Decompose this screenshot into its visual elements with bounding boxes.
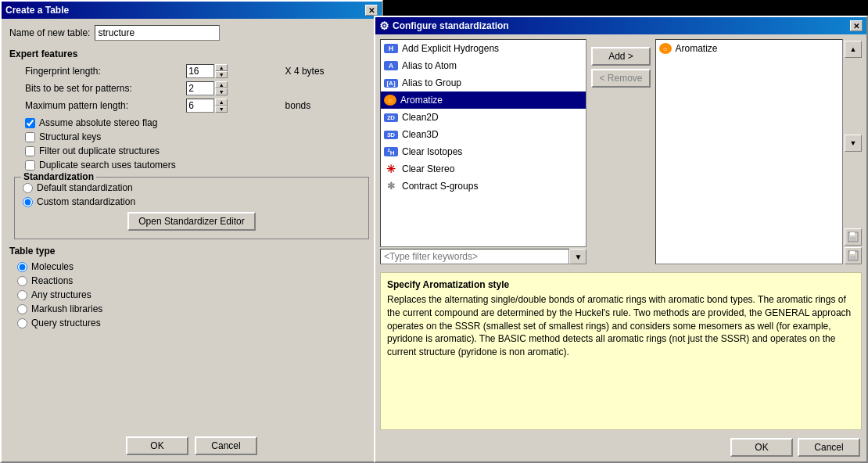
svg-rect-1 xyxy=(850,232,855,235)
fingerprint-length-field[interactable] xyxy=(186,64,214,78)
scroll-save1-btn[interactable] xyxy=(845,228,862,246)
filter-dropdown-btn[interactable]: ▼ xyxy=(569,249,586,264)
max-pattern-field[interactable] xyxy=(186,99,214,113)
filter-dup-checkbox[interactable] xyxy=(25,146,35,156)
molecules-radio[interactable] xyxy=(17,262,27,272)
clean3d-label: Clean3D xyxy=(402,129,439,140)
bits-patterns-up[interactable]: ▲ xyxy=(215,81,228,88)
molecules-label: Molecules xyxy=(31,261,74,272)
right-aromatize-icon: ○ xyxy=(659,43,672,54)
desc-text: Replaces the alternating single/double b… xyxy=(387,293,855,359)
name-label: Name of new table: xyxy=(9,27,90,38)
create-table-close-button[interactable]: ✕ xyxy=(365,5,378,16)
scroll-down-btn[interactable]: ▼ xyxy=(845,135,862,152)
any-structures-radio[interactable] xyxy=(17,290,27,300)
table-name-input[interactable] xyxy=(95,25,220,41)
list-item-clear-stereo[interactable]: ✳ Clear Stereo xyxy=(381,160,586,178)
abs-stereo-label: Assume absolute stereo flag xyxy=(39,117,157,128)
config-cancel-button[interactable]: Cancel xyxy=(798,438,860,457)
custom-std-radio[interactable] xyxy=(23,197,33,207)
config-titlebar: ⚙ Configure standardization ✕ xyxy=(375,17,866,34)
open-standardizer-button[interactable]: Open Standardizer Editor xyxy=(127,212,255,231)
scroll-up-btn[interactable]: ▲ xyxy=(845,41,862,58)
right-list-box[interactable]: ○ Aromatize xyxy=(655,39,843,264)
max-pattern-input[interactable]: ▲ ▼ xyxy=(186,99,277,113)
scroll-save2-btn[interactable] xyxy=(845,247,862,264)
markush-radio[interactable] xyxy=(17,304,27,314)
abs-stereo-checkbox[interactable] xyxy=(25,118,35,128)
custom-std-label: Custom standardization xyxy=(37,196,135,207)
default-std-row: Default standardization xyxy=(23,182,360,193)
fingerprint-length-input[interactable]: ▲ ▼ xyxy=(186,64,277,78)
max-pattern-up[interactable]: ▲ xyxy=(215,99,228,106)
list-item-alias-group[interactable]: [A] Alias to Group xyxy=(381,74,586,92)
any-structures-label: Any structures xyxy=(31,289,91,300)
description-area: Specify Aromatization style Replaces the… xyxy=(380,272,862,430)
dup-tauto-checkbox[interactable] xyxy=(25,160,35,170)
bits-patterns-field[interactable] xyxy=(186,81,214,95)
molecules-row: Molecules xyxy=(17,261,374,272)
max-pattern-unit: bonds xyxy=(285,100,374,111)
struct-keys-label: Structural keys xyxy=(39,131,101,142)
create-cancel-button[interactable]: Cancel xyxy=(195,436,257,455)
any-structures-row: Any structures xyxy=(17,289,374,300)
svg-rect-2 xyxy=(850,237,856,241)
markush-row: Markush libraries xyxy=(17,303,374,314)
right-scroll-buttons: ▲ ▼ xyxy=(845,39,862,264)
contract-sgroups-label: Contract S-groups xyxy=(402,181,478,192)
contract-sgroups-icon: ✻ xyxy=(384,181,398,192)
add-button[interactable]: Add > xyxy=(591,47,650,66)
dup-tauto-label: Duplicate search uses tautomers xyxy=(39,160,176,170)
add-h-label: Add Explicit Hydrogens xyxy=(402,43,499,54)
standardization-label: Standardization xyxy=(21,171,96,182)
list-item-alias-atom[interactable]: A Alias to Atom xyxy=(381,57,586,74)
abs-stereo-row: Assume absolute stereo flag xyxy=(25,117,374,128)
filter-dup-row: Filter out duplicate structures xyxy=(25,145,374,156)
max-pattern-down[interactable]: ▼ xyxy=(215,106,228,113)
clear-isotopes-icon: 2H xyxy=(384,147,398,157)
fingerprint-length-unit: X 4 bytes xyxy=(285,66,374,77)
default-std-radio[interactable] xyxy=(23,183,33,193)
fingerprint-length-label: Fingerprint length: xyxy=(25,66,181,77)
right-list-item-aromatize[interactable]: ○ Aromatize xyxy=(656,40,842,57)
list-item-contract-sgroups[interactable]: ✻ Contract S-groups xyxy=(381,178,586,195)
create-table-titlebar: Create a Table ✕ xyxy=(2,2,382,19)
filter-input[interactable] xyxy=(380,249,569,264)
fingerprint-length-up[interactable]: ▲ xyxy=(215,64,228,71)
list-item-clear-isotopes[interactable]: 2H Clear Isotopes xyxy=(381,143,586,160)
struct-keys-row: Structural keys xyxy=(25,131,374,142)
config-dialog: ⚙ Configure standardization ✕ H Add Expl… xyxy=(374,16,868,463)
create-ok-button[interactable]: OK xyxy=(126,436,188,455)
filter-row: ▼ xyxy=(380,249,586,264)
markush-label: Markush libraries xyxy=(31,303,102,314)
reactions-label: Reactions xyxy=(31,275,73,286)
query-radio[interactable] xyxy=(17,318,27,328)
create-dialog-bottom: OK Cancel xyxy=(2,430,382,461)
config-close-button[interactable]: ✕ xyxy=(850,20,863,31)
left-list-box[interactable]: H Add Explicit Hydrogens A Alias to Atom… xyxy=(380,39,586,247)
bits-patterns-input[interactable]: ▲ ▼ xyxy=(186,81,277,95)
alias-group-icon: [A] xyxy=(384,79,398,88)
config-top-section: H Add Explicit Hydrogens A Alias to Atom… xyxy=(375,34,866,269)
alias-atom-icon: A xyxy=(384,61,398,70)
reactions-radio[interactable] xyxy=(17,276,27,286)
list-item-clean3d[interactable]: 3D Clean3D xyxy=(381,126,586,143)
config-ok-button[interactable]: OK xyxy=(730,438,793,457)
left-list-panel: H Add Explicit Hydrogens A Alias to Atom… xyxy=(380,39,586,264)
list-item-aromatize[interactable]: ○ Aromatize xyxy=(381,92,586,109)
fingerprint-length-down[interactable]: ▼ xyxy=(215,71,228,78)
config-bottom-bar: OK Cancel xyxy=(375,433,866,461)
remove-button[interactable]: < Remove xyxy=(591,69,650,88)
struct-keys-checkbox[interactable] xyxy=(25,132,35,142)
table-type-section: Molecules Reactions Any structures Marku… xyxy=(17,261,374,328)
dup-tauto-row: Duplicate search uses tautomers xyxy=(25,160,374,170)
table-type-label: Table type xyxy=(9,246,374,257)
svg-rect-5 xyxy=(850,256,856,260)
list-item-add-h[interactable]: H Add Explicit Hydrogens xyxy=(381,40,586,57)
list-item-clean2d[interactable]: 2D Clean2D xyxy=(381,109,586,126)
clear-stereo-label: Clear Stereo xyxy=(402,163,454,174)
svg-rect-4 xyxy=(850,251,855,254)
desc-title: Specify Aromatization style xyxy=(387,279,855,290)
clear-stereo-icon: ✳ xyxy=(384,163,398,175)
bits-patterns-down[interactable]: ▼ xyxy=(215,88,228,95)
